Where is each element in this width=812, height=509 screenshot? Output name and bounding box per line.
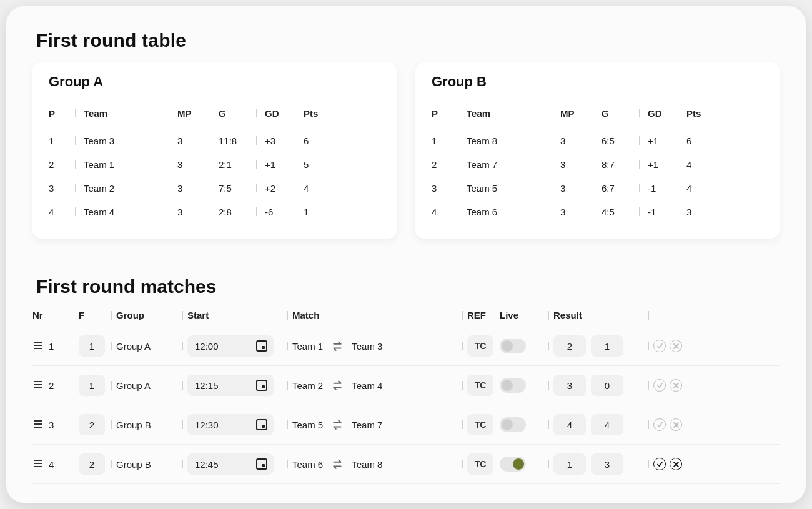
cell-p: 1 [432, 136, 467, 146]
home-team: Team 1 [292, 341, 323, 352]
live-toggle[interactable] [500, 339, 526, 353]
confirm-button[interactable] [653, 418, 666, 431]
cell-match: Team 1 Team 3 [292, 340, 467, 353]
start-time-input[interactable]: 12:45 [187, 453, 274, 475]
cell-actions [653, 418, 708, 431]
home-team: Team 5 [292, 420, 323, 430]
cell-live [500, 378, 553, 393]
match-nr: 3 [49, 420, 54, 430]
score-away-input[interactable]: 0 [591, 375, 623, 396]
group-title: Group B [432, 74, 763, 90]
swap-icon[interactable] [332, 340, 343, 353]
group-row: 1 Team 8 3 6:5 +1 6 [432, 129, 763, 152]
score-away-input[interactable]: 4 [591, 414, 623, 435]
col-mp: MP [560, 108, 602, 119]
matches-header-row: Nr F Group Start Match REF Live Result [32, 310, 780, 327]
cancel-button[interactable] [670, 340, 682, 352]
start-time-value: 12:00 [195, 341, 219, 352]
cell-live [500, 417, 553, 432]
group-card: Group A P Team MP G GD Pts 1 Team 3 3 11… [32, 62, 397, 239]
cell-p: 3 [432, 183, 467, 194]
field-input[interactable]: 2 [79, 414, 105, 435]
cell-team: Team 3 [84, 136, 177, 146]
ref-badge[interactable]: TC [467, 453, 493, 475]
match-row: 2 1 Group A 12:15 Team 2 Team 4 TC [32, 366, 780, 405]
cell-live [500, 339, 553, 353]
score-away-input[interactable]: 1 [591, 335, 623, 357]
ref-badge[interactable]: TC [467, 375, 493, 396]
cell-mp: 3 [560, 207, 602, 217]
field-input[interactable]: 2 [79, 453, 105, 475]
start-time-input[interactable]: 12:00 [187, 335, 274, 357]
cell-pts: 4 [686, 159, 718, 170]
cell-group: Group A [116, 341, 187, 352]
cell-result: 2 1 [553, 335, 653, 357]
calendar-icon[interactable] [256, 419, 267, 430]
home-team: Team 2 [292, 380, 323, 391]
group-row: 4 Team 6 3 4:5 -1 3 [432, 200, 763, 224]
group-header-row: P Team MP G GD Pts [49, 101, 380, 125]
col-gd: GD [648, 108, 686, 119]
away-team: Team 3 [352, 341, 382, 352]
cell-gd: +1 [265, 159, 304, 170]
cell-group: Group B [116, 459, 187, 470]
cell-p: 1 [49, 136, 84, 146]
cell-f: 1 [79, 335, 116, 357]
confirm-button[interactable] [653, 340, 666, 352]
cell-mp: 3 [560, 159, 602, 170]
match-row: 1 1 Group A 12:00 Team 1 Team 3 TC [32, 327, 780, 366]
start-time-input[interactable]: 12:15 [187, 375, 274, 396]
col-group: Group [116, 310, 187, 320]
col-result: Result [553, 310, 653, 320]
col-p: P [49, 108, 84, 119]
cell-g: 2:1 [219, 159, 265, 170]
cell-actions [653, 340, 708, 352]
cell-pts: 1 [304, 207, 335, 217]
score-home-input[interactable]: 4 [553, 414, 586, 435]
away-team: Team 8 [352, 459, 382, 470]
score-home-input[interactable]: 1 [553, 453, 586, 475]
cancel-button[interactable] [670, 418, 682, 431]
ref-badge[interactable]: TC [467, 414, 493, 435]
group-row: 3 Team 5 3 6:7 -1 4 [432, 176, 763, 200]
confirm-button[interactable] [653, 458, 666, 470]
match-nr: 1 [49, 341, 54, 352]
ref-badge[interactable]: TC [467, 335, 493, 357]
cell-team: Team 5 [467, 183, 560, 194]
swap-icon[interactable] [332, 379, 343, 392]
cell-match: Team 6 Team 8 [292, 458, 467, 471]
swap-icon[interactable] [332, 458, 343, 471]
cancel-button[interactable] [670, 458, 682, 470]
live-toggle[interactable] [500, 417, 526, 432]
drag-handle-icon[interactable] [32, 340, 44, 353]
cell-p: 2 [432, 159, 467, 170]
cancel-button[interactable] [670, 379, 682, 392]
start-time-value: 12:45 [195, 459, 219, 470]
start-time-input[interactable]: 12:30 [187, 414, 274, 435]
field-input[interactable]: 1 [79, 335, 105, 357]
live-toggle[interactable] [500, 457, 526, 472]
col-pts: Pts [686, 108, 718, 119]
field-input[interactable]: 1 [79, 375, 105, 396]
drag-handle-icon[interactable] [32, 379, 44, 392]
calendar-icon[interactable] [256, 340, 267, 352]
swap-icon[interactable] [332, 418, 343, 432]
cell-f: 1 [79, 375, 116, 396]
drag-handle-icon[interactable] [32, 418, 44, 432]
calendar-icon[interactable] [256, 458, 267, 470]
cell-p: 4 [49, 207, 84, 217]
confirm-button[interactable] [653, 379, 666, 392]
cell-result: 3 0 [553, 375, 653, 396]
cell-nr: 1 [32, 340, 79, 353]
cell-start: 12:15 [187, 375, 292, 396]
live-toggle[interactable] [500, 378, 526, 393]
matches-table: Nr F Group Start Match REF Live Result 1… [32, 310, 780, 484]
drag-handle-icon[interactable] [32, 458, 44, 471]
cell-result: 1 3 [553, 453, 653, 475]
score-home-input[interactable]: 2 [553, 335, 586, 357]
score-away-input[interactable]: 3 [591, 453, 623, 475]
calendar-icon[interactable] [256, 380, 267, 391]
cell-p: 4 [432, 207, 467, 217]
cell-g: 2:8 [219, 207, 265, 217]
score-home-input[interactable]: 3 [553, 375, 586, 396]
